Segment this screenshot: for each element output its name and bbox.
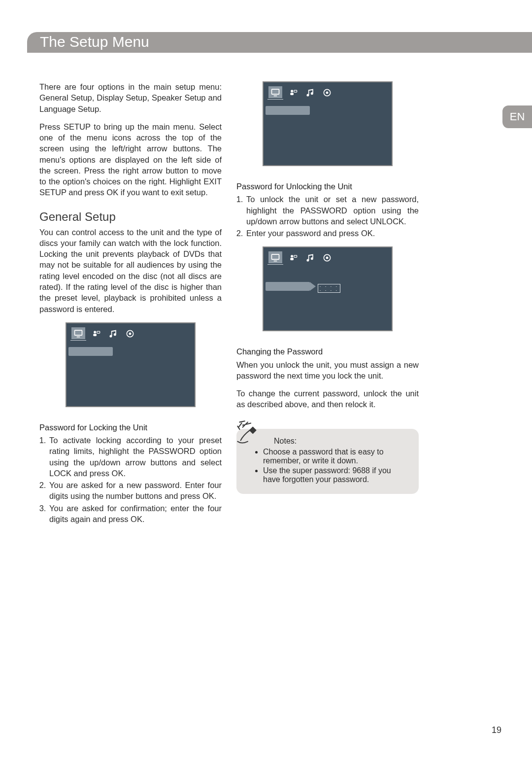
svg-rect-4 bbox=[97, 331, 100, 333]
ui-screenshot-password: - - - -- - - - bbox=[263, 246, 393, 331]
notes-list: Choose a password that is easy to rememb… bbox=[253, 448, 409, 484]
notes-box: Notes: Choose a password that is easy to… bbox=[236, 429, 419, 494]
list-item: You are asked for a new password. Enter … bbox=[48, 480, 222, 502]
svg-rect-10 bbox=[290, 93, 294, 95]
svg-rect-18 bbox=[294, 255, 297, 257]
svg-rect-3 bbox=[93, 334, 97, 336]
tv-icon bbox=[268, 86, 282, 98]
disc-icon bbox=[322, 87, 332, 98]
list-item: To unlock the unit or set a new password… bbox=[245, 194, 419, 227]
ui-screenshot-general bbox=[66, 322, 196, 407]
people-icon bbox=[288, 87, 299, 98]
lock-password-steps: To activate locking according to your pr… bbox=[39, 435, 222, 524]
intro-paragraph-1: There are four options in the main setup… bbox=[39, 81, 222, 114]
change-password-p1: When you unlock the unit, you must assig… bbox=[236, 359, 419, 382]
music-icon bbox=[305, 252, 316, 263]
disc-icon bbox=[125, 328, 135, 339]
lock-password-heading: Password for Locking the Unit bbox=[39, 422, 222, 433]
intro-paragraph-2: Press SETUP to bring up the main menu. S… bbox=[39, 121, 222, 198]
list-item: Use the super password: 9688 if you have… bbox=[263, 466, 409, 484]
unlock-password-heading: Password for Unlocking the Unit bbox=[236, 181, 419, 192]
list-item: Choose a password that is easy to rememb… bbox=[263, 448, 409, 465]
page-number: 19 bbox=[492, 725, 501, 735]
svg-point-6 bbox=[129, 333, 131, 334]
language-tab: EN bbox=[502, 105, 532, 128]
svg-point-13 bbox=[326, 92, 328, 93]
people-icon bbox=[288, 252, 299, 263]
svg-rect-0 bbox=[75, 330, 82, 335]
ui-screenshot-unlock bbox=[263, 81, 393, 166]
page-title: The Setup Menu bbox=[27, 32, 532, 50]
svg-rect-14 bbox=[272, 254, 279, 259]
svg-point-16 bbox=[291, 255, 293, 257]
general-setup-heading: General Setup bbox=[39, 210, 222, 224]
svg-point-20 bbox=[326, 257, 328, 259]
svg-point-9 bbox=[291, 90, 293, 92]
music-icon bbox=[305, 87, 316, 98]
svg-rect-11 bbox=[294, 90, 297, 92]
tv-icon bbox=[71, 327, 85, 339]
svg-point-2 bbox=[94, 331, 96, 333]
list-item: To activate locking according to your pr… bbox=[48, 435, 222, 479]
general-setup-paragraph: You can control access to the unit and t… bbox=[39, 227, 222, 314]
svg-rect-17 bbox=[290, 258, 294, 260]
tv-icon bbox=[268, 251, 282, 263]
hand-writing-icon bbox=[233, 416, 265, 451]
list-item: Enter your password and press OK. bbox=[245, 228, 419, 239]
change-password-p2: To change the current password, unlock t… bbox=[236, 388, 419, 410]
password-entry-box: - - - -- - - - bbox=[318, 284, 340, 293]
header-bar: The Setup Menu bbox=[27, 32, 532, 53]
notes-title: Notes: bbox=[274, 437, 409, 446]
music-icon bbox=[108, 328, 119, 339]
svg-rect-7 bbox=[272, 89, 279, 94]
list-item: You are asked for confirmation; enter th… bbox=[48, 503, 222, 525]
disc-icon bbox=[322, 252, 332, 263]
people-icon bbox=[91, 328, 102, 339]
change-password-heading: Changing the Password bbox=[236, 346, 419, 357]
unlock-password-steps: To unlock the unit or set a new password… bbox=[236, 194, 419, 239]
